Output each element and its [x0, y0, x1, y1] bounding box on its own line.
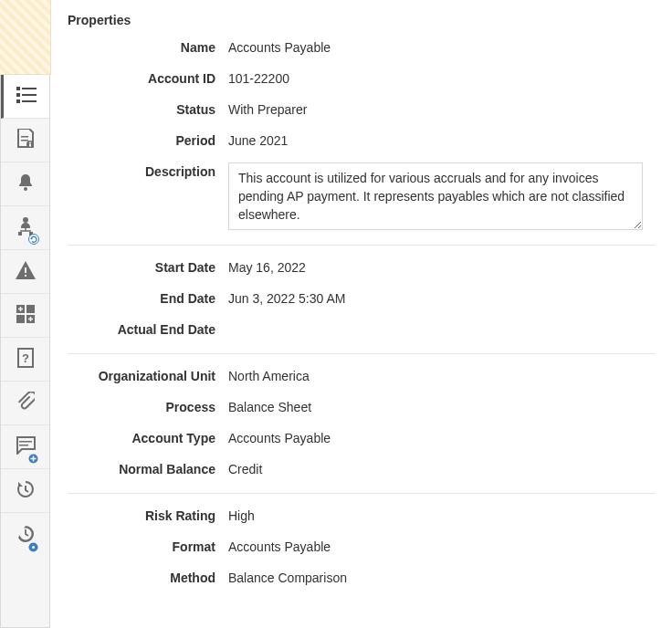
value-risk-rating: High — [228, 507, 656, 525]
nav-timing[interactable] — [1, 513, 49, 557]
question-document-icon: ? — [17, 348, 34, 371]
svg-rect-25 — [19, 445, 28, 446]
svg-rect-6 — [21, 136, 28, 138]
value-name: Accounts Payable — [228, 38, 656, 57]
svg-rect-7 — [21, 140, 28, 141]
nav-questions[interactable]: ? — [1, 338, 49, 382]
svg-rect-19 — [26, 305, 35, 313]
row-name: Name Accounts Payable — [68, 38, 656, 57]
row-period: Period June 2021 — [68, 131, 656, 150]
value-org-unit: North America — [228, 367, 656, 385]
label-start-date: Start Date — [68, 258, 228, 277]
svg-rect-1 — [22, 88, 37, 89]
label-method: Method — [68, 569, 228, 587]
warning-icon — [16, 261, 36, 282]
label-end-date: End Date — [68, 289, 228, 308]
row-start-date: Start Date May 16, 2022 — [68, 258, 656, 277]
properties-panel[interactable]: Properties Name Accounts Payable Account… — [51, 0, 672, 628]
nav-attachments[interactable] — [1, 382, 49, 425]
svg-text:?: ? — [22, 351, 29, 365]
row-process: Process Balance Sheet — [68, 398, 656, 416]
nav-workflow[interactable] — [1, 206, 49, 250]
label-risk-rating: Risk Rating — [68, 507, 228, 525]
group-risk-format: Risk Rating High Format Accounts Payable… — [68, 493, 656, 600]
panel-title: Properties — [68, 13, 656, 27]
svg-rect-9 — [29, 142, 31, 143]
row-description: Description — [68, 162, 656, 230]
row-account-id: Account ID 101-22200 — [68, 69, 656, 88]
nav-alerts[interactable] — [1, 162, 49, 206]
paperclip-icon — [16, 392, 35, 414]
document-info-icon — [16, 129, 35, 152]
svg-rect-16 — [25, 267, 26, 273]
refresh-badge-icon — [28, 233, 37, 242]
svg-point-29 — [32, 546, 35, 549]
description-textarea[interactable] — [228, 162, 643, 230]
group-dates: Start Date May 16, 2022 End Date Jun 3, … — [68, 245, 656, 351]
gear-badge-icon — [28, 540, 37, 550]
value-account-id: 101-22200 — [228, 69, 656, 88]
nav-comments[interactable] — [1, 425, 49, 469]
nav-instructions[interactable] — [1, 119, 49, 162]
value-method: Balance Comparison — [228, 569, 656, 587]
svg-rect-3 — [22, 94, 37, 96]
label-format: Format — [68, 538, 228, 556]
add-badge-icon — [28, 452, 37, 461]
row-format: Format Accounts Payable — [68, 538, 656, 556]
svg-point-12 — [23, 217, 28, 223]
label-status: Status — [68, 100, 228, 119]
svg-rect-2 — [16, 93, 20, 97]
label-period: Period — [68, 131, 228, 150]
value-actual-end-date — [228, 320, 656, 339]
row-normal-balance: Normal Balance Credit — [68, 460, 656, 478]
svg-rect-24 — [19, 441, 32, 443]
nav-properties[interactable] — [1, 75, 49, 119]
grid-attributes-icon — [16, 305, 35, 326]
label-actual-end-date: Actual End Date — [68, 320, 228, 339]
value-format: Accounts Payable — [228, 538, 656, 556]
svg-rect-17 — [25, 275, 26, 277]
nav-rail: ? — [0, 75, 50, 628]
nav-attributes[interactable] — [1, 294, 49, 338]
svg-rect-20 — [16, 315, 25, 323]
label-process: Process — [68, 398, 228, 416]
root-layout: ? — [0, 0, 672, 628]
group-classification: Organizational Unit North America Proces… — [68, 353, 656, 491]
label-org-unit: Organizational Unit — [68, 367, 228, 385]
label-description: Description — [68, 162, 228, 181]
svg-rect-10 — [29, 144, 31, 147]
row-status: Status With Preparer — [68, 100, 656, 119]
value-status: With Preparer — [228, 100, 656, 119]
row-risk-rating: Risk Rating High — [68, 507, 656, 525]
sidebar: ? — [0, 0, 51, 628]
bell-icon — [16, 173, 35, 195]
row-account-type: Account Type Accounts Payable — [68, 429, 656, 447]
svg-rect-4 — [16, 99, 20, 103]
svg-rect-5 — [22, 100, 37, 102]
value-start-date: May 16, 2022 — [228, 258, 656, 277]
label-name: Name — [68, 38, 228, 57]
group-identity: Name Accounts Payable Account ID 101-222… — [68, 37, 656, 243]
nav-history[interactable] — [1, 469, 49, 513]
label-account-id: Account ID — [68, 69, 228, 88]
row-actual-end-date: Actual End Date — [68, 320, 656, 339]
value-end-date: Jun 3, 2022 5:30 AM — [228, 289, 656, 308]
value-process: Balance Sheet — [228, 398, 656, 416]
history-icon — [16, 479, 36, 502]
nav-warnings[interactable] — [1, 250, 49, 294]
row-org-unit: Organizational Unit North America — [68, 367, 656, 385]
value-normal-balance: Credit — [228, 460, 656, 478]
svg-rect-0 — [16, 87, 20, 90]
value-period: June 2021 — [228, 131, 656, 150]
label-account-type: Account Type — [68, 429, 228, 447]
list-icon — [16, 87, 37, 106]
value-account-type: Accounts Payable — [228, 429, 656, 447]
row-end-date: End Date Jun 3, 2022 5:30 AM — [68, 289, 656, 308]
label-normal-balance: Normal Balance — [68, 460, 228, 478]
svg-point-11 — [24, 187, 27, 191]
row-method: Method Balance Comparison — [68, 569, 656, 587]
thumbnail-placeholder — [0, 0, 51, 75]
svg-rect-13 — [18, 232, 22, 236]
